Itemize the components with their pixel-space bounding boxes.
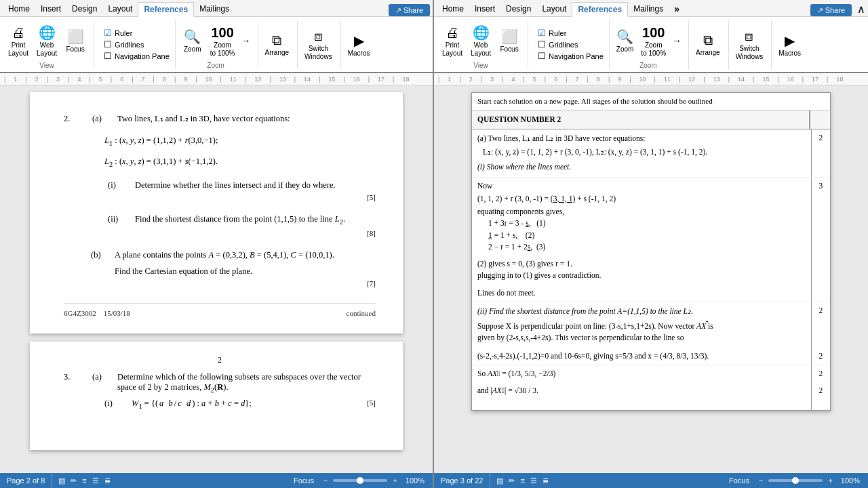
part-ii-step3: (s-2,-s,4-2s).(-1,1,2)=0 and 10-6s=0, gi… [477,350,806,362]
nav-pane-checkbox-left[interactable]: ☐ Navigation Pane [104,51,170,61]
mark-col-2: 3 [811,177,830,302]
nav-pane-checkbox-right[interactable]: ☐ Navigation Pane [538,51,604,61]
zoom-group-left: 🔍 Zoom 100 Zoom to 100% → [180,20,258,69]
solution-step2: 1 = 1 + s, (2) [477,230,806,241]
list-icon-3-right[interactable]: ≣ [540,476,551,485]
solution-conc3: Lines do not meet. [477,287,806,299]
gridlines-checkbox-right[interactable]: ☐ Gridlines [538,39,604,49]
focus-status-left[interactable]: Focus [290,476,318,485]
macros-btn-left[interactable]: ▶ Macros [345,31,373,58]
web-layout-btn-right[interactable]: 🌐 Web Layout [468,23,494,58]
w1-label: (i) [104,399,125,410]
print-layout-btn-right[interactable]: 🖨 Print Layout [439,24,465,58]
page-info-right[interactable]: Page 3 of 22 [434,473,490,488]
mark-col-1: 2 [811,129,830,177]
macros-group-left: ▶ Macros [345,20,376,69]
focus-btn-right[interactable]: ⬜ Focus [496,27,522,54]
part-b-subtext: Find the Cartesian equation of the plane… [115,264,376,278]
gridlines-checkbox-left[interactable]: ☐ Gridlines [104,39,170,49]
right-doc-page: Start each solution on a new page. All s… [471,92,831,411]
switch-windows-btn-left[interactable]: ⧈ Switch Windows [302,27,335,62]
zoom-group-label-left: Zoom [180,62,252,69]
arrange-btn-right[interactable]: ⧉ Arrange [693,31,723,58]
list-icon-3-left[interactable]: ≣ [102,476,113,485]
zoom-plus-left[interactable]: + [391,476,398,485]
question-2-text: Two lines, L₁ and L₂ in 3D, have vector … [117,112,376,125]
zoom-group-label-right: Zoom [614,62,683,69]
share-btn-left[interactable]: ↗ Share [389,4,430,16]
footer-left: 6G4Z3002 15/03/18 [64,308,130,320]
tab-layout-left[interactable]: Layout [102,1,138,16]
doc-icon-left[interactable]: ▤ [56,476,67,485]
window-group-left: ⧈ Switch Windows [302,20,341,69]
ruler-checkbox-right[interactable]: ☑ Ruler [538,28,604,38]
part-ii-step2: given by (2-s,s,s,-4+2s). This vector is… [477,332,806,344]
tab-home-right[interactable]: Home [437,1,469,16]
tab-more-right[interactable]: » [669,1,685,16]
macros-group-right: ▶ Macros [776,20,806,69]
collapse-btn-right[interactable]: ∧ [854,1,868,16]
zoom-minus-left[interactable]: − [322,476,329,485]
zoom-slider-right[interactable] [768,479,823,482]
switch-windows-btn-right[interactable]: ⧈ Switch Windows [733,27,766,62]
focus-status-right[interactable]: Focus [725,476,753,485]
part-ii-label: (ii) [108,212,128,240]
tab-design-left[interactable]: Design [66,1,102,16]
zoom-level-left[interactable]: 100% [403,476,427,485]
ruler-checkbox-left[interactable]: ☑ Ruler [104,28,170,38]
tab-references-left[interactable]: References [138,2,194,17]
view-group-left: 🖨 Print Layout 🌐 Web Layout ⬜ [5,20,94,69]
list-icon-1-right[interactable]: ≡ [518,476,526,485]
share-icon-right: ↗ [817,6,823,15]
solution-eq1: (1, 1, 2) + r (3, 0, -1) = (3, 1, 1) + s… [477,193,806,205]
solution-conc1: (2) gives s = 0, (3) gives r = 1. [477,258,806,270]
part-ii-text: Find the shortest distance from the poin… [135,212,376,228]
list-icon-2-right[interactable]: ☰ [528,476,539,485]
zoom-btn-right[interactable]: 🔍 Zoom [614,27,637,54]
tab-mailings-right[interactable]: Mailings [628,1,669,16]
macros-btn-right[interactable]: ▶ Macros [776,31,804,58]
page-info-left[interactable]: Page 2 of 8 [0,473,52,488]
zoom-btn-left[interactable]: 🔍 Zoom [180,27,205,54]
tab-mailings-left[interactable]: Mailings [194,1,235,16]
view-group-label-right: View [439,62,522,69]
list-icon-1-left[interactable]: ≡ [80,476,88,485]
zoom100-btn-right[interactable]: 100 Zoom to 100% [638,24,669,58]
edit-icon-right[interactable]: ✏ [507,476,517,485]
question-header-cell: QUESTION NUMBER 2 [472,110,810,129]
mark-col-3: 2 [811,302,830,347]
share-btn-right[interactable]: ↗ Share [810,4,852,16]
tab-insert-left[interactable]: Insert [35,1,66,16]
tab-insert-right[interactable]: Insert [469,1,500,16]
zoom-minus-right[interactable]: − [757,476,764,485]
zoom-slider-left[interactable] [333,479,387,482]
tab-design-right[interactable]: Design [500,1,536,16]
part-i-right-header: (i) Show where the lines meet. [477,161,806,173]
status-bar-right: Page 3 of 22 ▤ ✏ ≡ ☰ ≣ Focus − [434,473,868,488]
edit-icon-left[interactable]: ✏ [68,476,79,485]
zoom-expand-btn-right[interactable]: → [671,34,683,47]
arrange-btn-left[interactable]: ⧉ Arrange [262,31,292,58]
list-icon-2-left[interactable]: ☰ [90,476,101,485]
left-doc-panel[interactable]: 2. (a) Two lines, L₁ and L₂ in 3D, have … [0,85,434,473]
doc-icon-right[interactable]: ▤ [494,476,505,485]
ax-vector: So AX⃗ = (1/3, 5/3, −2/3) [477,368,806,380]
zoom100-btn-left[interactable]: 100 Zoom to 100% [208,24,238,58]
focus-btn-left[interactable]: ⬜ Focus [62,27,88,54]
question-3-text: Determine which of the following subsets… [117,372,376,394]
print-layout-btn-left[interactable]: 🖨 Print Layout [5,24,31,58]
zoom-expand-btn-left[interactable]: → [240,34,252,47]
tab-home-left[interactable]: Home [3,1,35,16]
left-doc-page-1: 2. (a) Two lines, L₁ and L₂ in 3D, have … [30,92,403,333]
share-icon-left: ↗ [395,6,401,15]
part-b-text: A plane contains the points A = (0,3,2),… [115,248,376,262]
solution-components: equating components gives, [477,206,806,218]
tab-layout-right[interactable]: Layout [536,1,572,16]
zoom-level-right[interactable]: 100% [838,476,863,485]
zoom-plus-right[interactable]: + [827,476,833,485]
question-num-3: 3. [64,372,84,394]
w1-definition: W1 = {(a b / c d) : a + b + c = d}; [5] [132,399,376,410]
tab-references-right[interactable]: References [572,2,628,17]
right-doc-panel[interactable]: Start each solution on a new page. All s… [434,85,868,473]
web-layout-btn-left[interactable]: 🌐 Web Layout [34,23,60,58]
